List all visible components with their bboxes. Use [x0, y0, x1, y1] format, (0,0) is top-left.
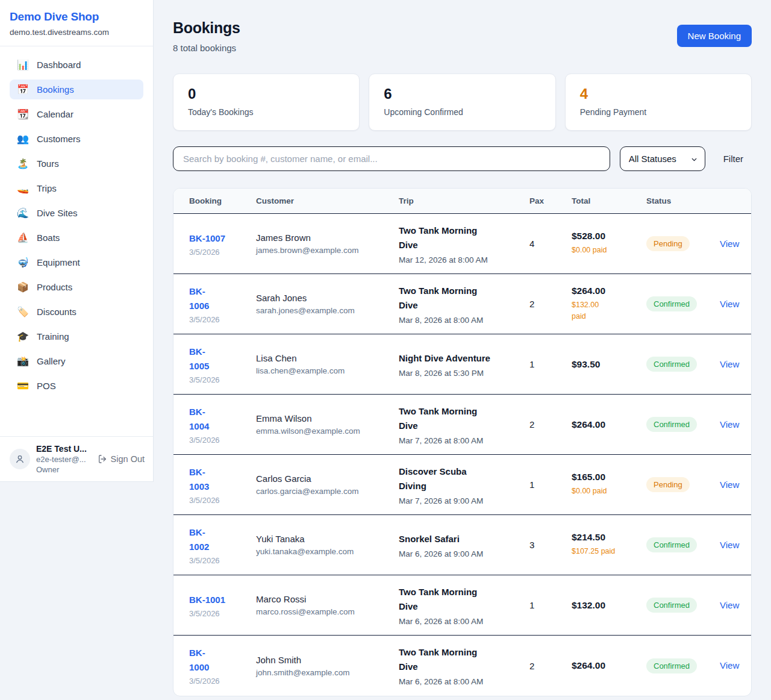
sidebar-item-pos[interactable]: 💳 POS: [10, 376, 143, 396]
booking-link[interactable]: BK-1006: [189, 286, 209, 311]
booking-link[interactable]: BK-1007: [189, 233, 225, 243]
sign-out-button[interactable]: Sign Out: [98, 454, 145, 464]
sidebar: Demo Dive Shop demo.test.divestreams.com…: [0, 0, 154, 482]
sidebar-item-label: Equipment: [37, 257, 80, 267]
trip-datetime: Mar 6, 2026 at 8:00 AM: [399, 677, 529, 686]
sidebar-item-label: Training: [37, 331, 69, 342]
sidebar-item-training[interactable]: 🎓 Training: [10, 327, 143, 346]
sidebar-item-label: Bookings: [37, 84, 74, 95]
brand-domain: demo.test.divestreams.com: [10, 28, 143, 37]
booking-link[interactable]: BK-1002: [189, 527, 209, 552]
credit-card-icon: 💳: [17, 381, 29, 391]
sidebar-item-boats[interactable]: ⛵ Boats: [10, 228, 143, 248]
table-row: BK-1001 3/5/2026 Marco Rossi marco.rossi…: [173, 575, 751, 636]
trip-datetime: Mar 7, 2026 at 9:00 AM: [399, 496, 529, 505]
stat-label: Upcoming Confirmed: [384, 107, 540, 117]
sidebar-item-equipment[interactable]: 🤿 Equipment: [10, 252, 143, 272]
trip-name: Two Tank MorningDive: [399, 223, 529, 252]
trip-datetime: Mar 8, 2026 at 5:30 PM: [399, 369, 529, 378]
table-row: BK-1002 3/5/2026 Yuki Tanaka yuki.tanaka…: [173, 515, 751, 575]
table-row: BK-1000 3/5/2026 John Smith john.smith@e…: [173, 636, 751, 696]
view-link[interactable]: View: [720, 239, 739, 249]
sidebar-item-label: Customers: [37, 134, 81, 144]
stat-value: 4: [580, 86, 737, 102]
booking-link[interactable]: BK-1003: [189, 467, 209, 492]
sidebar-item-tours[interactable]: 🏝️ Tours: [10, 154, 143, 173]
booking-link[interactable]: BK-1004: [189, 407, 209, 431]
pax-count: 2: [529, 661, 572, 671]
customer-name: Lisa Chen: [256, 353, 399, 363]
total-amount: $264.00: [572, 660, 646, 671]
search-input[interactable]: [173, 146, 610, 171]
customer-email: carlos.garcia@example.com: [256, 487, 399, 496]
sidebar-nav: 📊 Dashboard 📅 Bookings 📆 Calendar 👥 Cust…: [0, 46, 153, 436]
speedboat-icon: 🚤: [17, 184, 29, 193]
page-title: Bookings: [173, 19, 240, 37]
view-link[interactable]: View: [720, 540, 739, 550]
avatar: [10, 449, 30, 469]
booking-date: 3/5/2026: [189, 315, 256, 324]
trip-name: Two Tank MorningDive: [399, 585, 529, 614]
stat-label: Today's Bookings: [188, 107, 345, 117]
customer-email: john.smith@example.com: [256, 668, 399, 677]
view-link[interactable]: View: [720, 419, 739, 430]
user-icon: [14, 454, 25, 464]
customer-email: emma.wilson@example.com: [256, 427, 399, 436]
column-header-booking: Booking: [173, 196, 256, 205]
sidebar-item-bookings[interactable]: 📅 Bookings: [10, 80, 143, 99]
column-header-customer: Customer: [256, 196, 399, 205]
new-booking-button[interactable]: New Booking: [677, 25, 752, 47]
booking-link[interactable]: BK-1001: [189, 595, 225, 605]
pax-count: 2: [529, 299, 572, 309]
calendar-17-icon: 📅: [17, 85, 29, 95]
total-amount: $214.50: [572, 532, 646, 543]
sidebar-item-label: Boats: [37, 233, 60, 243]
view-link[interactable]: View: [720, 480, 739, 490]
column-header-pax: Pax: [529, 196, 572, 205]
sidebar-item-dive-sites[interactable]: 🌊 Dive Sites: [10, 203, 143, 223]
sidebar-item-label: Discounts: [37, 307, 76, 317]
view-link[interactable]: View: [720, 299, 739, 309]
tear-off-calendar-icon: 📆: [17, 110, 29, 119]
booking-link[interactable]: BK-1000: [189, 648, 209, 672]
booking-link[interactable]: BK-1005: [189, 346, 209, 371]
status-badge: Confirmed: [646, 658, 697, 673]
stat-value: 6: [384, 86, 540, 102]
view-link[interactable]: View: [720, 660, 739, 670]
sidebar-item-label: Dive Sites: [37, 208, 78, 218]
sidebar-item-trips[interactable]: 🚤 Trips: [10, 178, 143, 198]
bookings-table: Booking Customer Trip Pax Total Status B…: [173, 188, 752, 696]
sidebar-item-discounts[interactable]: 🏷️ Discounts: [10, 302, 143, 322]
trip-name: Two Tank MorningDive: [399, 284, 529, 313]
app-root: Demo Dive Shop demo.test.divestreams.com…: [0, 0, 771, 700]
tag-icon: 🏷️: [17, 307, 29, 317]
status-badge: Confirmed: [646, 598, 697, 613]
view-link[interactable]: View: [720, 359, 739, 369]
status-badge: Pending: [646, 477, 690, 492]
sidebar-item-products[interactable]: 📦 Products: [10, 277, 143, 297]
filter-button[interactable]: Filter: [720, 153, 747, 164]
sidebar-item-dashboard[interactable]: 📊 Dashboard: [10, 55, 143, 75]
customer-name: Yuki Tanaka: [256, 534, 399, 544]
booking-date: 3/5/2026: [189, 375, 256, 384]
stat-card: 6 Upcoming Confirmed: [369, 73, 555, 131]
table-row: BK-1005 3/5/2026 Lisa Chen lisa.chen@exa…: [173, 334, 751, 395]
trip-name: Night Dive Adventure: [399, 351, 529, 366]
user-name: E2E Test U...: [36, 444, 87, 454]
booking-date: 3/5/2026: [189, 496, 256, 505]
main-content: Bookings 8 total bookings New Booking 0 …: [154, 0, 771, 700]
view-link[interactable]: View: [720, 600, 739, 610]
status-filter-select[interactable]: All Statuses: [620, 146, 705, 171]
trip-datetime: Mar 8, 2026 at 8:00 AM: [399, 316, 529, 325]
column-header-actions: [720, 196, 751, 205]
camera-icon: 📸: [17, 357, 29, 366]
page-subtitle: 8 total bookings: [173, 43, 240, 53]
sidebar-item-calendar[interactable]: 📆 Calendar: [10, 104, 143, 124]
sidebar-item-gallery[interactable]: 📸 Gallery: [10, 351, 143, 371]
sidebar-item-customers[interactable]: 👥 Customers: [10, 129, 143, 149]
trip-datetime: Mar 6, 2026 at 8:00 AM: [399, 617, 529, 626]
sign-out-label: Sign Out: [111, 454, 145, 464]
brand-block: Demo Dive Shop demo.test.divestreams.com: [0, 0, 153, 46]
island-icon: 🏝️: [17, 159, 29, 169]
paid-amount: $0.00 paid: [572, 245, 646, 256]
